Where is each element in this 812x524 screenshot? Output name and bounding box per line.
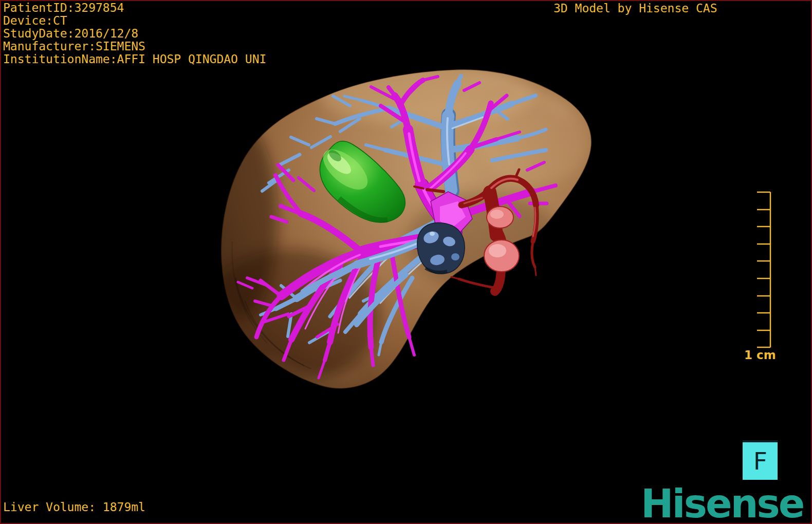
study-date-text: StudyDate:2016/12/8	[3, 27, 266, 40]
institution-text: InstitutionName:AFFI HOSP QINGDAO UNI	[3, 53, 266, 66]
patient-info-block: PatientID:3297854 Device:CT StudyDate:20…	[3, 2, 266, 66]
manufacturer-text: Manufacturer:SIEMENS	[3, 40, 266, 53]
liver-volume-text: Liver Volume: 1879ml	[3, 501, 145, 514]
orientation-marker-f: F	[743, 440, 778, 480]
dark-blue-lesion	[417, 223, 465, 274]
scale-bar-label: 1 cm	[744, 348, 776, 362]
patient-id-text: PatientID:3297854	[3, 2, 266, 14]
hisense-logo: Hisense	[641, 481, 803, 524]
3d-viewport[interactable]: 1 cm	[0, 0, 812, 524]
device-text: Device:CT	[3, 14, 266, 27]
viewer-title: 3D Model by Hisense CAS	[553, 2, 717, 15]
orientation-letter: F	[753, 447, 767, 475]
scale-bar: 1 cm	[744, 192, 776, 362]
